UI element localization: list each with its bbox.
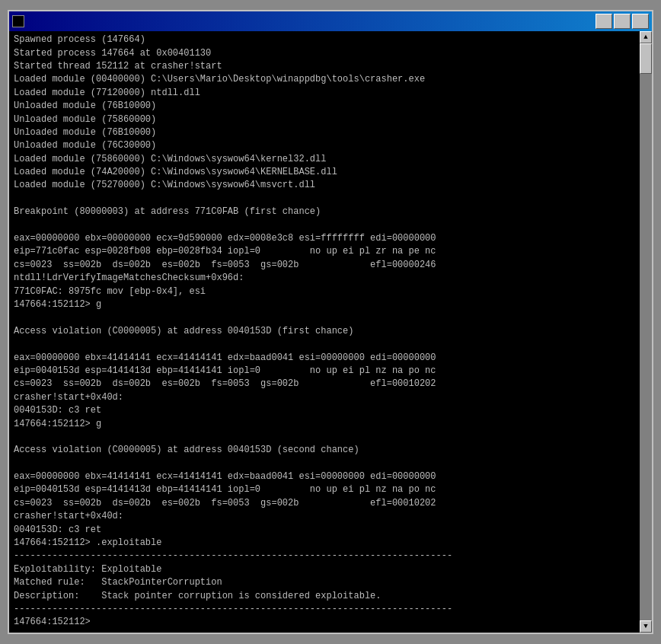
scrollbar-track[interactable] [640,43,652,620]
close-button[interactable] [632,14,649,29]
scrollbar-thumb[interactable] [640,43,652,74]
scroll-up-button[interactable]: ▲ [640,31,652,43]
minimize-button[interactable] [596,14,612,29]
window-icon [12,15,24,27]
command-prompt-window: WinAppDbg Version 1.5 (beta 6) console d… [8,10,653,634]
titlebar [9,11,652,31]
maximize-button[interactable] [614,14,631,29]
titlebar-buttons [596,14,649,29]
content-area: WinAppDbg Version 1.5 (beta 6) console d… [9,31,652,633]
scrollbar[interactable]: ▲ ▼ [640,31,652,633]
terminal-output[interactable]: WinAppDbg Version 1.5 (beta 6) console d… [9,31,640,633]
scroll-down-button[interactable]: ▼ [640,620,652,633]
